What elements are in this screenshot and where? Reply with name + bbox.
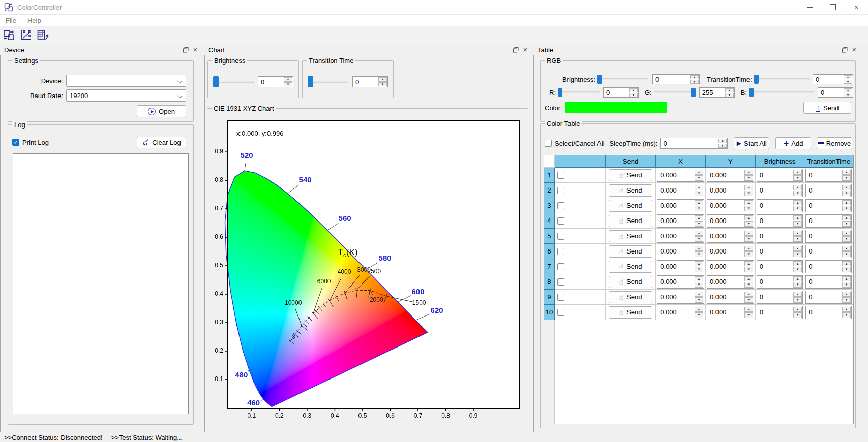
spin-down-button[interactable]: ▼: [844, 80, 852, 84]
spin-down-button[interactable]: ▼: [695, 267, 703, 272]
baud-rate-combobox[interactable]: 19200: [66, 89, 186, 102]
spin-up-button[interactable]: ▲: [842, 200, 851, 206]
row-checkbox[interactable]: ✓: [557, 309, 564, 316]
row-x-spinbox[interactable]: 0.000▲▼: [657, 245, 704, 258]
spin-up-button[interactable]: ▲: [793, 307, 802, 312]
row-transition-spinbox[interactable]: 0▲▼: [805, 260, 852, 273]
row-y-spinbox[interactable]: 0.000▲▼: [707, 230, 754, 243]
slider-handle[interactable]: [749, 88, 754, 97]
spin-down-button[interactable]: ▼: [690, 80, 699, 84]
spin-down-button[interactable]: ▼: [793, 297, 802, 303]
spin-up-button[interactable]: ▲: [744, 170, 753, 175]
spin-down-button[interactable]: ▼: [793, 206, 802, 211]
column-header-Brightness[interactable]: Brightness: [756, 155, 805, 168]
minimize-button[interactable]: [798, 0, 821, 14]
spin-down-button[interactable]: ▼: [842, 282, 851, 288]
row-number-cell[interactable]: 4: [544, 213, 555, 229]
row-x-spinbox[interactable]: 0.000▲▼: [657, 260, 704, 273]
row-checkbox[interactable]: ✓: [557, 263, 564, 270]
spin-up-button[interactable]: ▲: [695, 200, 703, 206]
spin-down-button[interactable]: ▼: [744, 312, 753, 318]
spin-up-button[interactable]: ▲: [793, 200, 802, 206]
rgb-send-button[interactable]: ↑ Send: [803, 102, 851, 114]
spin-up-button[interactable]: ▲: [793, 292, 802, 297]
table-dock-close-button[interactable]: ×: [852, 47, 856, 53]
slider-handle[interactable]: [691, 88, 696, 97]
row-y-spinbox[interactable]: 0.000▲▼: [707, 291, 754, 304]
rgb-transition-slider[interactable]: [754, 75, 809, 84]
row-checkbox[interactable]: ✓: [557, 248, 564, 255]
spin-up-button[interactable]: ▲: [695, 231, 703, 236]
rgb-brightness-spinbox[interactable]: 0 ▲▼: [652, 74, 700, 84]
spin-down-button[interactable]: ▼: [378, 82, 387, 87]
row-checkbox[interactable]: ✓: [557, 278, 564, 286]
spin-up-button[interactable]: ▲: [378, 77, 387, 82]
row-brightness-spinbox[interactable]: 0▲▼: [757, 260, 803, 273]
spin-down-button[interactable]: ▼: [695, 251, 703, 257]
b-slider[interactable]: [749, 88, 814, 97]
row-checkbox[interactable]: ✓: [557, 202, 564, 209]
spin-down-button[interactable]: ▼: [793, 175, 802, 181]
rgb-brightness-slider[interactable]: [597, 75, 648, 84]
r-spinbox[interactable]: 0 ▲▼: [603, 87, 639, 98]
row-number-cell[interactable]: 1: [544, 168, 555, 183]
spin-down-button[interactable]: ▼: [842, 236, 851, 242]
slider-handle[interactable]: [754, 75, 759, 84]
spin-down-button[interactable]: ▼: [842, 191, 851, 196]
spin-up-button[interactable]: ▲: [629, 88, 638, 92]
spin-down-button[interactable]: ▼: [842, 297, 851, 303]
maximize-button[interactable]: [821, 0, 845, 14]
spin-up-button[interactable]: ▲: [695, 276, 703, 282]
spin-up-button[interactable]: ▲: [842, 185, 851, 191]
row-number-cell[interactable]: 8: [544, 274, 555, 290]
row-y-spinbox[interactable]: 0.000▲▼: [707, 260, 754, 273]
spin-down-button[interactable]: ▼: [793, 267, 802, 272]
g-spinbox[interactable]: 255 ▲▼: [699, 87, 735, 98]
spin-up-button[interactable]: ▲: [695, 170, 703, 175]
add-button[interactable]: + Add: [775, 137, 811, 149]
row-send-button[interactable]: ☝Send: [609, 261, 652, 273]
spin-up-button[interactable]: ▲: [744, 307, 753, 312]
spin-up-button[interactable]: ▲: [842, 276, 851, 282]
row-checkbox[interactable]: ✓: [557, 187, 564, 194]
spin-down-button[interactable]: ▼: [842, 175, 851, 181]
row-y-spinbox[interactable]: 0.000▲▼: [707, 214, 754, 228]
menu-help[interactable]: Help: [22, 16, 47, 25]
spin-down-button[interactable]: ▼: [744, 175, 753, 181]
spin-down-button[interactable]: ▼: [695, 297, 703, 303]
g-slider[interactable]: [654, 88, 696, 97]
brightness-spinbox[interactable]: 0 ▲▼: [258, 76, 293, 87]
sleep-time-spinbox[interactable]: 0 ▲▼: [660, 138, 728, 149]
row-number-cell[interactable]: 2: [544, 183, 555, 198]
row-number-cell[interactable]: 10: [544, 305, 555, 320]
row-transition-spinbox[interactable]: 0▲▼: [805, 291, 852, 304]
chart-dock-float-button[interactable]: [513, 47, 519, 53]
spin-down-button[interactable]: ▼: [842, 251, 851, 257]
select-all-checkbox[interactable]: ✓: [545, 140, 552, 147]
spin-down-button[interactable]: ▼: [744, 282, 753, 288]
spin-up-button[interactable]: ▲: [842, 231, 851, 236]
spin-up-button[interactable]: ▲: [744, 261, 753, 267]
spin-down-button[interactable]: ▼: [695, 191, 703, 196]
spin-down-button[interactable]: ▼: [744, 236, 753, 242]
row-number-cell[interactable]: 6: [544, 244, 555, 259]
log-text-area[interactable]: [13, 153, 189, 414]
row-y-spinbox[interactable]: 0.000▲▼: [707, 245, 754, 258]
device-dock-close-button[interactable]: ×: [193, 47, 197, 53]
table-dock-float-button[interactable]: [842, 47, 848, 53]
spin-up-button[interactable]: ▲: [690, 75, 699, 79]
spin-down-button[interactable]: ▼: [744, 206, 753, 211]
brightness-slider[interactable]: [213, 76, 254, 87]
close-button[interactable]: ×: [845, 0, 868, 14]
spin-up-button[interactable]: ▲: [695, 292, 703, 297]
r-slider[interactable]: [558, 88, 600, 97]
row-x-spinbox[interactable]: 0.000▲▼: [657, 275, 704, 289]
spin-up-button[interactable]: ▲: [793, 215, 802, 221]
row-send-button[interactable]: ☝Send: [609, 200, 652, 212]
row-brightness-spinbox[interactable]: 0▲▼: [757, 306, 803, 319]
spin-up-button[interactable]: ▲: [695, 185, 703, 191]
row-brightness-spinbox[interactable]: 0▲▼: [757, 245, 803, 258]
spin-down-button[interactable]: ▼: [793, 282, 802, 288]
spin-up-button[interactable]: ▲: [842, 215, 851, 221]
spin-down-button[interactable]: ▼: [718, 144, 727, 148]
